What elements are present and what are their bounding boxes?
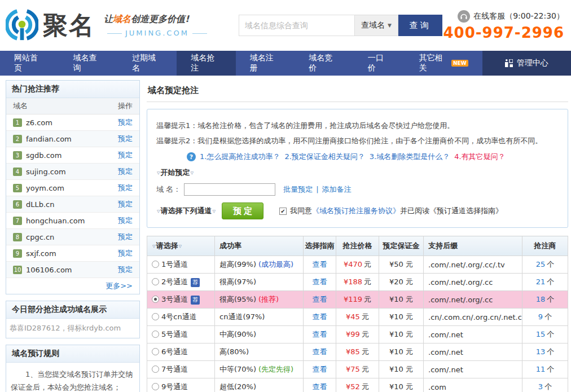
suffix-cell: .com/.net/.org/.cc/.tv: [424, 256, 522, 274]
col-domain: 域名: [13, 101, 28, 111]
faq-link[interactable]: 3.域名删除类型是什么？: [370, 152, 450, 162]
header-guide: 选择指南: [304, 236, 336, 256]
registrar-cell: 15个: [522, 326, 568, 343]
rank-badge: 6: [13, 200, 22, 209]
manage-center-button[interactable]: 管理中心: [482, 51, 571, 76]
faq-link[interactable]: 4.有其它疑问？: [454, 152, 505, 162]
reserve-link[interactable]: 预定: [118, 166, 133, 177]
rate-cell: cn通道(97%): [215, 309, 304, 326]
header: 聚名 让域名创造更多价值! JUMING.COM 查域名 ▼ 查询 在线客服（9…: [0, 0, 571, 51]
suffix-cell: .com/.net/.org/.cc: [424, 291, 522, 309]
channel-select-row: ▿请选择下列通道▿ 预 定 ✔ 我同意 《域名预订抢注服务协议》 并已阅读 《预…: [156, 202, 559, 219]
registrar-cell: 3个: [522, 378, 568, 392]
nav-item[interactable]: 一口价: [354, 51, 405, 76]
hot-domain: yoym.com: [26, 184, 64, 192]
view-guide-link[interactable]: 查看: [313, 347, 327, 356]
site-name: JUMING.COM: [104, 29, 210, 37]
headset-icon: [458, 10, 470, 23]
nav-item[interactable]: 域名抢注: [177, 51, 235, 76]
channel-row: 4号cn通道 cn通道(97%) 查看 ¥45元 ¥10 元 .cn/.com.…: [147, 309, 568, 326]
view-guide-link[interactable]: 查看: [313, 260, 327, 268]
nav-item[interactable]: 域名注册: [236, 51, 295, 76]
batch-reserve-link[interactable]: 批量预定: [283, 185, 313, 193]
rate-note: (推荐): [258, 295, 279, 303]
logo: 聚名 让域名创造更多价值! JUMING.COM: [6, 8, 210, 43]
nav-item[interactable]: 过期域名: [118, 51, 177, 76]
service-agreement-link[interactable]: 《域名预订抢注服务协议》: [312, 206, 400, 216]
hot-domain: sgdb.com: [26, 151, 62, 160]
rank-badge: 8: [13, 233, 22, 241]
nav-item[interactable]: 网站首页: [0, 51, 59, 76]
view-guide-link[interactable]: 查看: [313, 312, 327, 321]
view-guide-link[interactable]: 查看: [313, 278, 327, 286]
reserve-link[interactable]: 预定: [118, 134, 133, 144]
channel-row: 3号通道荐 很高(95%)(推荐) 查看 ¥119元 ¥10 元 .com/.n…: [147, 291, 568, 309]
view-guide-link[interactable]: 查看: [313, 330, 327, 338]
hot-domain: fandian.com: [26, 135, 72, 143]
hot-domain: 106106.com: [26, 266, 72, 274]
nav-item[interactable]: 其它相关NEW: [405, 51, 482, 76]
rate-cell: 超低(20%): [215, 378, 304, 392]
channel-radio[interactable]: [152, 383, 159, 390]
add-note-link[interactable]: 添加备注: [322, 185, 352, 193]
deposit-cell: ¥10 元: [379, 291, 424, 309]
domain-field-label: 域 名：: [156, 184, 181, 195]
search-input[interactable]: [239, 15, 354, 36]
channel-radio[interactable]: [152, 278, 159, 285]
suffix-cell: .com/.net: [424, 326, 522, 343]
rank-badge: 7: [13, 217, 22, 225]
rule-item: 1、当您提交域名预订订单并交纳保证金后，本站会为您抢注域名；: [11, 368, 135, 392]
price-cell: ¥119元: [336, 291, 379, 309]
new-badge: NEW: [451, 60, 468, 67]
list-item: 1 z6.com 预定: [6, 114, 139, 131]
channel-cell: 3号通道荐: [147, 291, 215, 309]
channel-radio[interactable]: [152, 261, 159, 268]
suffix-cell: .com/.net/.org/.cc: [424, 274, 522, 291]
view-guide-link[interactable]: 查看: [313, 382, 327, 391]
registrar-cell: 11个: [522, 361, 568, 378]
rank-badge: 5: [13, 184, 22, 192]
rank-badge: 10: [13, 266, 22, 274]
channel-row: 6号通道 高(80%) 查看 ¥85元 ¥10 元 .com/.net 13个: [147, 343, 568, 361]
rate-cell: 很高(95%)(推荐): [215, 291, 304, 309]
hot-domain: z6.com: [26, 118, 52, 127]
channel-table: ▿请选择▿ 成功率 选择指南 抢注价格 预定保证金 支持后缀 抢注商 1号通道: [147, 236, 568, 392]
reserve-link[interactable]: 预定: [118, 150, 133, 160]
reserve-link[interactable]: 预定: [118, 215, 133, 226]
reserve-link[interactable]: 预定: [118, 265, 133, 275]
channel-radio[interactable]: [152, 365, 159, 373]
search-button[interactable]: 查询: [398, 15, 442, 36]
channel-row: 7号通道 中等(70%)(先定先得) 查看 ¥75元 ¥10 元 .com/.n…: [147, 361, 568, 378]
faq-link[interactable]: 1.怎么提高抢注成功率？: [200, 152, 280, 162]
channel-radio[interactable]: [152, 296, 159, 303]
channel-row: 2号通道荐 很高(97%) 查看 ¥188元 ¥20 元 .com/.net/.…: [147, 274, 568, 291]
view-guide-link[interactable]: 查看: [313, 295, 327, 303]
hot-panel-title: 热门抢注推荐: [6, 81, 139, 98]
reserve-link[interactable]: 预定: [118, 117, 133, 127]
management-grid-icon: [505, 59, 513, 67]
recommend-badge: 荐: [191, 278, 200, 287]
reserve-link[interactable]: 预定: [118, 248, 133, 258]
rules-panel-title: 域名预订规则: [6, 345, 139, 363]
price-cell: ¥52元: [336, 378, 379, 392]
list-item: 5 yoym.com 预定: [6, 180, 139, 196]
channel-radio[interactable]: [152, 331, 159, 338]
nav-item[interactable]: 域名竞价: [295, 51, 353, 76]
question-icon: ?: [187, 152, 196, 161]
faq-link[interactable]: 2.预定保证金相关疑问？: [284, 152, 364, 162]
view-guide-link[interactable]: 查看: [313, 365, 327, 373]
reserve-link[interactable]: 预定: [118, 199, 133, 209]
agree-checkbox[interactable]: ✔: [279, 208, 287, 215]
reserve-submit-button[interactable]: 预 定: [222, 202, 263, 219]
reserve-link[interactable]: 预定: [118, 232, 133, 242]
search-type-select[interactable]: 查域名 ▼: [354, 15, 398, 36]
header-deposit: 预定保证金: [379, 236, 424, 256]
channel-radio[interactable]: [152, 348, 159, 355]
more-link[interactable]: 更多>>: [106, 281, 133, 290]
nav-item[interactable]: 域名查询: [59, 51, 117, 76]
service-hours: 在线客服（9:00-22:30）: [473, 11, 564, 21]
channel-cell: 4号cn通道: [147, 309, 215, 326]
reserve-link[interactable]: 预定: [118, 183, 133, 193]
channel-radio[interactable]: [152, 313, 159, 320]
domain-input[interactable]: [184, 183, 275, 196]
